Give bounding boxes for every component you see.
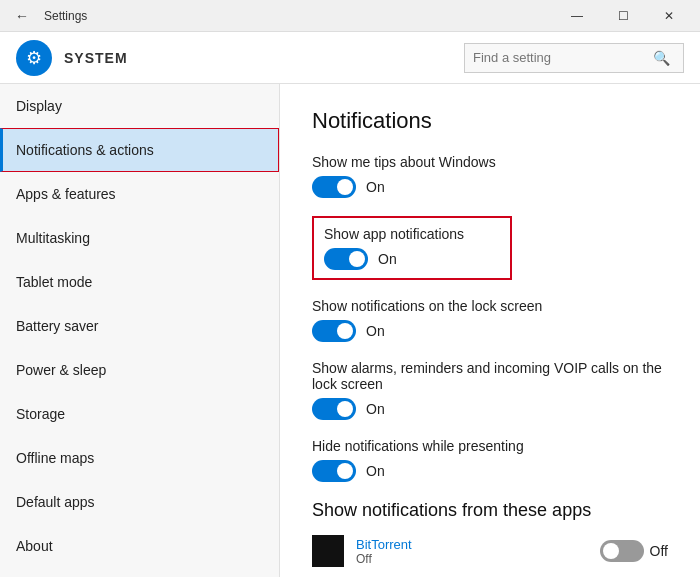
settings-icon: ⚙ [16, 40, 52, 76]
setting-alarms: Show alarms, reminders and incoming VOIP… [312, 360, 668, 420]
show-app-notifications-box: Show app notifications On [312, 216, 512, 280]
window-title: Settings [44, 9, 87, 23]
title-bar: ← Settings — ☐ ✕ [0, 0, 700, 32]
sidebar-item-apps[interactable]: Apps & features [0, 172, 279, 216]
setting-presenting: Hide notifications while presenting On [312, 438, 668, 482]
presenting-toggle-row: On [312, 460, 668, 482]
close-button[interactable]: ✕ [646, 0, 692, 32]
app-notif-label: Show app notifications [324, 226, 500, 242]
bittorrent-name[interactable]: BitTorrent [356, 537, 588, 552]
back-button[interactable]: ← [8, 2, 36, 30]
tips-label: Show me tips about Windows [312, 154, 668, 170]
bittorrent-toggle-area: Off [600, 540, 668, 562]
search-icon: 🔍 [653, 50, 670, 66]
setting-tips: Show me tips about Windows On [312, 154, 668, 198]
app-row-bittorrent: BitTorrent Off Off [312, 535, 668, 567]
lock-screen-toggle-label: On [366, 323, 385, 339]
sidebar-item-about[interactable]: About [0, 524, 279, 568]
right-panel: Notifications Show me tips about Windows… [280, 84, 700, 577]
presenting-toggle[interactable] [312, 460, 356, 482]
sidebar-item-notifications[interactable]: Notifications & actions [0, 128, 279, 172]
app-header-left: ⚙ SYSTEM [16, 40, 128, 76]
bittorrent-info: BitTorrent Off [356, 537, 588, 566]
alarms-toggle-row: On [312, 398, 668, 420]
sidebar-item-display[interactable]: Display [0, 84, 279, 128]
lock-screen-toggle-row: On [312, 320, 668, 342]
bittorrent-toggle[interactable] [600, 540, 644, 562]
search-box[interactable]: 🔍 [464, 43, 684, 73]
alarms-toggle[interactable] [312, 398, 356, 420]
apps-section-title: Show notifications from these apps [312, 500, 668, 521]
app-notif-toggle-label: On [378, 251, 397, 267]
app-title: SYSTEM [64, 50, 128, 66]
title-bar-left: ← Settings [8, 2, 87, 30]
tips-toggle-label: On [366, 179, 385, 195]
app-header: ⚙ SYSTEM 🔍 [0, 32, 700, 84]
alarms-label: Show alarms, reminders and incoming VOIP… [312, 360, 668, 392]
tips-toggle[interactable] [312, 176, 356, 198]
minimize-button[interactable]: — [554, 0, 600, 32]
sidebar: Display Notifications & actions Apps & f… [0, 84, 280, 577]
sidebar-item-multitasking[interactable]: Multitasking [0, 216, 279, 260]
setting-lock-screen: Show notifications on the lock screen On [312, 298, 668, 342]
lock-screen-label: Show notifications on the lock screen [312, 298, 668, 314]
sidebar-item-offline-maps[interactable]: Offline maps [0, 436, 279, 480]
bittorrent-toggle-label: Off [650, 543, 668, 559]
sidebar-item-battery[interactable]: Battery saver [0, 304, 279, 348]
sidebar-item-power[interactable]: Power & sleep [0, 348, 279, 392]
main-content: Display Notifications & actions Apps & f… [0, 84, 700, 577]
presenting-toggle-label: On [366, 463, 385, 479]
lock-screen-toggle[interactable] [312, 320, 356, 342]
sidebar-item-default-apps[interactable]: Default apps [0, 480, 279, 524]
search-input[interactable] [473, 50, 653, 65]
sidebar-item-tablet[interactable]: Tablet mode [0, 260, 279, 304]
sidebar-item-storage[interactable]: Storage [0, 392, 279, 436]
section-title: Notifications [312, 108, 668, 134]
alarms-toggle-label: On [366, 401, 385, 417]
app-notif-toggle-row: On [324, 248, 500, 270]
tips-toggle-row: On [312, 176, 668, 198]
app-notif-toggle[interactable] [324, 248, 368, 270]
bittorrent-icon [312, 535, 344, 567]
window-controls: — ☐ ✕ [554, 0, 692, 32]
bittorrent-status: Off [356, 552, 588, 566]
maximize-button[interactable]: ☐ [600, 0, 646, 32]
presenting-label: Hide notifications while presenting [312, 438, 668, 454]
